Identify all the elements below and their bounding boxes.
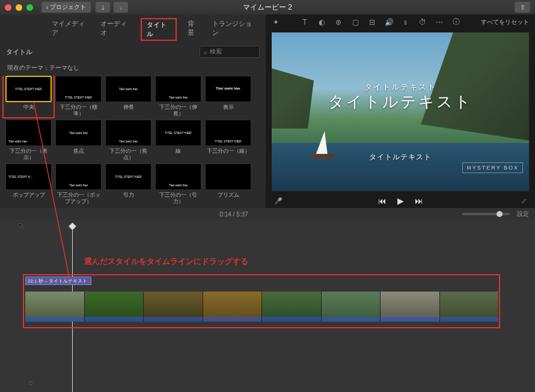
video-clip[interactable] [262, 292, 322, 322]
title-tile[interactable]: Titel steht hier下三分の一（焦点） [105, 120, 152, 160]
stabilize-icon[interactable]: ⊟ [368, 18, 376, 26]
title-tile[interactable]: Titel steht hier下三分の一（表示） [5, 120, 52, 160]
prev-frame-button[interactable]: ⏮ [378, 196, 387, 206]
reset-all-button[interactable]: すべてをリセット [481, 18, 529, 26]
watermark: MYSTERY BOX [462, 162, 523, 173]
zoom-slider[interactable] [462, 213, 510, 215]
tab-my-media[interactable]: マイメディア [49, 18, 90, 41]
title-thumbnail: TITEL STEHT HIER [205, 120, 251, 146]
title-thumbnail: Titel steht hier [205, 76, 251, 102]
music-note-icon: ♫ [28, 379, 33, 387]
preview-subtitle-bottom: タイトルテキスト [272, 152, 529, 162]
back-to-projects-button[interactable]: ‹ プロジェクト [41, 2, 91, 13]
title-label: ポップアップ [13, 192, 45, 204]
tab-backgrounds[interactable]: 背景 [185, 18, 202, 41]
title-tile[interactable]: TITEL STEHT HIER中央 [5, 76, 52, 116]
color-correction-icon[interactable]: ⊛ [334, 18, 343, 26]
theme-label: 現在のテーマ：テーマなし [0, 60, 266, 76]
crop-icon[interactable]: ▢ [351, 18, 359, 26]
media-browser-panel: マイメディア オーディオ タイトル 背景 トランジション タイトル ⌕ 検索 現… [0, 14, 266, 208]
title-tile[interactable]: Titel steht hier下三分の一（引力） [154, 164, 202, 204]
inspector-toolbar: ✦ T ◐ ⊛ ▢ ⊟ 🔊 ⫾ ⏱ ⋯ ⓘ すべてをリセット [266, 14, 535, 30]
title-tile[interactable]: Titel steht hier焦点 [55, 120, 102, 160]
next-frame-button[interactable]: ⏭ [415, 196, 423, 206]
window-titlebar: ‹ プロジェクト ⤓ ↓ マイムービー 2 ⇪ [0, 0, 535, 14]
settings-button[interactable]: 設定 [517, 210, 529, 218]
fullscreen-button[interactable]: ⤢ [521, 197, 527, 205]
tab-titles[interactable]: タイトル [141, 18, 176, 41]
title-thumbnail [205, 164, 251, 190]
window-controls [5, 4, 33, 11]
title-tile[interactable]: TITEL STEHT HIER線 [154, 120, 202, 160]
title-tile[interactable]: Titel steht hier表示 [204, 76, 252, 116]
video-clip[interactable] [381, 292, 440, 322]
title-tile[interactable]: プリズム [204, 164, 252, 204]
color-balance-icon[interactable]: ◐ [317, 18, 326, 26]
title-thumbnail: TITEL STEHT HIER [105, 164, 151, 190]
timecode-bar: 0:14 / 5:37 設定 [0, 208, 535, 220]
title-label: 伸長 [123, 104, 134, 116]
video-clip[interactable] [203, 292, 263, 322]
timeline-panel[interactable]: 選んだスタイルをタイムラインにドラッグする 22.1 秒 – タイトルテキスト … [0, 220, 535, 392]
minimize-window-button[interactable] [16, 4, 22, 11]
noise-reduce-icon[interactable]: ⫾ [402, 18, 410, 26]
voiceover-icon[interactable]: 🎤 [274, 197, 283, 205]
title-tile[interactable]: TITEL STEHT HIER下三分の一（線） [204, 120, 252, 160]
title-tile[interactable]: TITEL STEHT HIER引力 [105, 164, 152, 204]
title-clip[interactable]: 22.1 秒 – タイトルテキスト [25, 277, 91, 285]
browser-tabs: マイメディア オーディオ タイトル 背景 トランジション [0, 14, 266, 43]
title-thumbnail: Titel steht hier [155, 164, 201, 190]
tab-transitions[interactable]: トランジション [210, 18, 256, 41]
zoom-window-button[interactable] [26, 4, 33, 11]
title-thumbnail: Titel steht hier [105, 76, 151, 102]
filter-icon[interactable]: ⋯ [435, 18, 444, 26]
viewer-panel: ✦ T ◐ ⊛ ▢ ⊟ 🔊 ⫾ ⏱ ⋯ ⓘ すべてをリセット タイトルテキスト … [266, 14, 535, 208]
preview-title: タイトルテキスト [272, 91, 529, 112]
title-label: 下三分の一（表示） [5, 148, 52, 160]
library-list-button[interactable]: ↓ [114, 2, 128, 13]
video-preview[interactable]: タイトルテキスト タイトルテキスト タイトルテキスト MYSTERY BOX [272, 32, 529, 192]
title-thumbnail: TITEL STEHT HIER [55, 76, 102, 102]
title-label: 下三分の一（標準） [55, 104, 102, 116]
tab-audio[interactable]: オーディオ [98, 18, 132, 41]
video-clip[interactable] [25, 292, 85, 322]
total-time: 5:37 [236, 211, 248, 218]
speed-icon[interactable]: ⏱ [418, 18, 427, 26]
magic-wand-icon[interactable]: ✦ [272, 18, 280, 26]
video-clip[interactable] [322, 292, 381, 322]
title-label: 下三分の一（焦点） [105, 148, 152, 160]
title-thumbnail: Titel steht hier [5, 120, 52, 146]
title-label: 下三分の一（ポップアップ） [55, 192, 102, 204]
title-thumbnail: Titel steht hier [105, 120, 151, 146]
title-tile[interactable]: Titel steht hier下三分の一（伸長） [154, 76, 202, 116]
volume-icon[interactable]: 🔊 [385, 18, 393, 26]
share-button[interactable]: ⇪ [515, 2, 530, 13]
playback-controls: 🎤 ⏮ ▶ ⏭ ⤢ [266, 194, 535, 208]
title-thumbnail: Titel steht hier [155, 76, 201, 102]
video-clip[interactable] [144, 292, 203, 322]
search-input[interactable]: ⌕ 検索 [200, 46, 260, 58]
video-track[interactable] [25, 292, 499, 322]
import-media-button[interactable]: ⤓ [96, 2, 110, 13]
title-tile[interactable]: Titel steht hier下三分の一（ポップアップ） [55, 164, 102, 204]
title-label: 線 [176, 148, 181, 160]
title-label: 下三分の一（線） [207, 148, 250, 160]
search-icon: ⌕ [204, 49, 207, 55]
title-tile[interactable]: TITEL STEHT HIER下三分の一（標準） [55, 76, 102, 116]
title-label: 下三分の一（伸長） [154, 104, 202, 116]
title-thumbnail: Titel steht hier [55, 164, 102, 190]
close-window-button[interactable] [5, 4, 11, 11]
title-tile[interactable]: Titel steht hier伸長 [105, 76, 152, 116]
play-button[interactable]: ▶ [397, 196, 404, 206]
text-tool-icon[interactable]: T [301, 18, 309, 26]
title-thumbnail: TITEL STEHT HIER [5, 76, 52, 102]
titles-grid: TITEL STEHT HIER中央TITEL STEHT HIER下三分の一（… [5, 76, 261, 204]
video-clip[interactable] [85, 292, 144, 322]
title-tile[interactable]: TITEL STEHT H...ポップアップ [5, 164, 52, 204]
title-thumbnail: TITEL STEHT HIER [155, 120, 201, 146]
section-label: タイトル [6, 47, 32, 57]
title-label: 中央 [23, 104, 34, 116]
title-label: 表示 [223, 104, 234, 116]
info-icon[interactable]: ⓘ [452, 17, 460, 27]
video-clip[interactable] [440, 292, 500, 322]
